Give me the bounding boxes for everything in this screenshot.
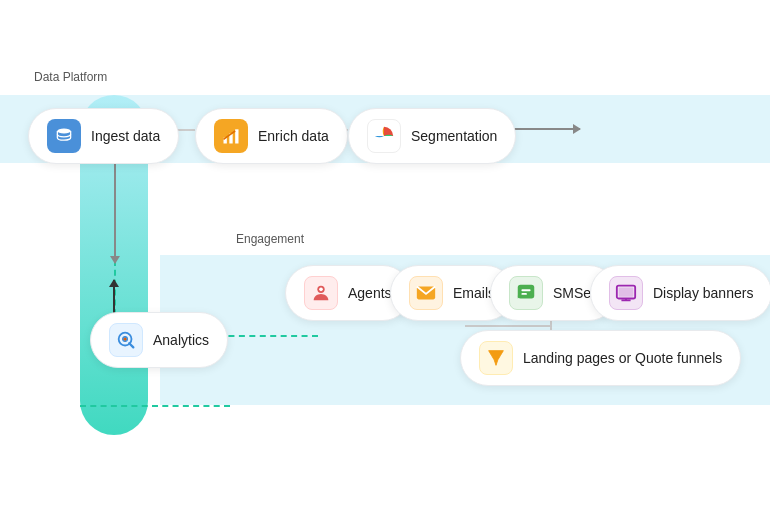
enrich-icon	[214, 119, 248, 153]
svg-rect-17	[619, 288, 634, 297]
display-icon	[609, 276, 643, 310]
agents-icon	[304, 276, 338, 310]
pill-display: Display banners	[590, 265, 770, 321]
svg-rect-14	[521, 289, 530, 291]
segmentation-label: Segmentation	[411, 128, 497, 144]
label-engagement: Engagement	[230, 230, 310, 248]
svg-point-11	[319, 288, 323, 292]
analytics-label: Analytics	[153, 332, 209, 348]
emails-icon	[409, 276, 443, 310]
svg-rect-15	[521, 293, 527, 295]
pill-analytics: Analytics	[90, 312, 228, 368]
pill-ingest: Ingest data	[28, 108, 179, 164]
pill-enrich: Enrich data	[195, 108, 348, 164]
label-data-platform: Data Platform	[28, 68, 113, 86]
landing-label: Landing pages or Quote funnels	[523, 349, 722, 367]
agents-label: Agents	[348, 285, 392, 301]
diagram-container: Data Platform Engagement Ingest data	[0, 0, 770, 510]
ingest-icon	[47, 119, 81, 153]
segmentation-icon	[367, 119, 401, 153]
svg-rect-3	[235, 129, 238, 143]
landing-icon	[479, 341, 513, 375]
pill-landing: Landing pages or Quote funnels	[460, 330, 741, 386]
emails-label: Emails	[453, 285, 495, 301]
pill-segmentation: Segmentation	[348, 108, 516, 164]
display-label: Display banners	[653, 285, 753, 301]
smses-icon	[509, 276, 543, 310]
svg-line-6	[129, 343, 133, 347]
svg-point-0	[57, 129, 70, 134]
dashed-h-analytics	[218, 335, 318, 337]
analytics-icon	[109, 323, 143, 357]
ingest-label: Ingest data	[91, 128, 160, 144]
enrich-label: Enrich data	[258, 128, 329, 144]
dashed-h-bottom	[80, 405, 230, 407]
